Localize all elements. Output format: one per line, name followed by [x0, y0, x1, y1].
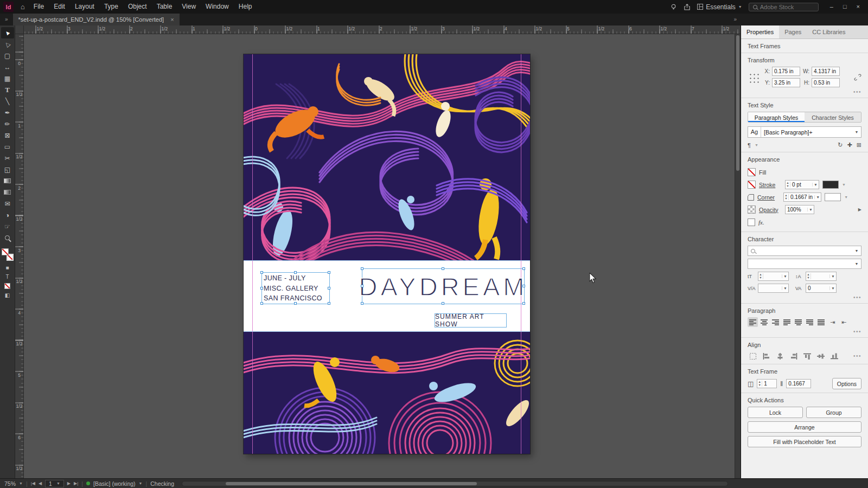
- fill-placeholder-button[interactable]: Fill with Placeholder Text: [748, 436, 861, 447]
- selection-handle[interactable]: [522, 267, 525, 270]
- more-options-icon[interactable]: •••: [853, 354, 861, 358]
- selection-tool[interactable]: ▲: [1, 27, 14, 38]
- maximize-button[interactable]: □: [838, 0, 852, 14]
- gap-tool[interactable]: ↔: [1, 61, 14, 73]
- leading-stepper[interactable]: ▲▼ ▼: [806, 272, 837, 281]
- menu-type[interactable]: Type: [99, 0, 123, 14]
- selection-handle[interactable]: [260, 271, 263, 274]
- chevron-down-icon[interactable]: ▼: [814, 195, 821, 199]
- reference-point-proxy[interactable]: [748, 72, 759, 83]
- gradient-feather-tool[interactable]: [1, 187, 14, 198]
- document-tab[interactable]: *set-up-a-postcard_END_V2.indd @ 150% [C…: [13, 14, 180, 25]
- workspace-switcher[interactable]: Essentials ▼: [697, 3, 742, 11]
- kerning-combo[interactable]: ▼: [758, 284, 789, 293]
- corner-radius-stepper[interactable]: ▲▼ 0.1667 in ▼: [783, 192, 821, 202]
- group-button[interactable]: Group: [806, 407, 861, 418]
- new-style-icon[interactable]: ✚: [847, 142, 852, 149]
- zoom-level[interactable]: 75%: [4, 480, 16, 487]
- stroke-color-swatch[interactable]: [748, 181, 756, 189]
- panel-collapse-icon[interactable]: »: [733, 14, 737, 25]
- align-top-edges-button[interactable]: [802, 351, 812, 361]
- tracking-combo[interactable]: 0 ▼: [806, 284, 837, 293]
- fill-color-swatch[interactable]: [748, 168, 756, 176]
- pasteboard[interactable]: JUNE - JULY MISC. GALLERY SAN FRANCISCO …: [24, 34, 735, 478]
- formatting-affects-container-icon[interactable]: ■: [2, 263, 14, 272]
- fill-swatch[interactable]: [2, 248, 9, 255]
- x-input[interactable]: [772, 67, 800, 76]
- chevron-down-icon[interactable]: ▼: [782, 286, 788, 290]
- corner-radius-value[interactable]: 0.1667 in: [789, 194, 814, 200]
- indesign-app-icon[interactable]: Id: [3, 2, 14, 12]
- selection-handle[interactable]: [260, 287, 263, 290]
- selection-handle[interactable]: [361, 302, 363, 305]
- justify-center-button[interactable]: [793, 317, 803, 327]
- preflight-profile[interactable]: [Basic] (working): [93, 480, 136, 487]
- chevron-down-icon[interactable]: ▼: [139, 481, 143, 485]
- selection-handle[interactable]: [442, 267, 444, 270]
- ruler-v[interactable]: 1/201/211/221/231/241/251/261/2: [15, 34, 24, 478]
- constrain-proportions-icon[interactable]: [854, 73, 861, 81]
- menu-help[interactable]: Help: [234, 0, 257, 14]
- vertical-scrollbar[interactable]: [735, 34, 741, 478]
- next-page-button[interactable]: ▶: [67, 481, 71, 486]
- lock-button[interactable]: Lock: [748, 407, 803, 418]
- selection-handle[interactable]: [260, 302, 263, 305]
- corner-label[interactable]: Corner: [757, 194, 780, 201]
- opacity-value[interactable]: 100%: [786, 207, 807, 213]
- stroke-label[interactable]: Stroke: [759, 182, 782, 188]
- selection-handle[interactable]: [328, 287, 330, 290]
- chevron-down-icon[interactable]: ▼: [829, 274, 836, 278]
- selection-handle[interactable]: [328, 271, 330, 274]
- selection-handle[interactable]: [294, 271, 297, 274]
- rectangle-tool[interactable]: ▭: [1, 141, 14, 152]
- align-bottom-edges-button[interactable]: [829, 351, 839, 361]
- minimize-button[interactable]: –: [825, 0, 838, 14]
- apply-none-button[interactable]: [2, 281, 14, 291]
- character-styles-tab[interactable]: Character Styles: [805, 112, 861, 122]
- menu-edit[interactable]: Edit: [49, 0, 70, 14]
- chevron-down-icon[interactable]: ▼: [842, 183, 846, 187]
- ruler-origin-corner[interactable]: [15, 25, 24, 34]
- tab-cc-libraries[interactable]: CC Libraries: [807, 25, 851, 38]
- chevron-down-icon[interactable]: ▼: [782, 274, 788, 278]
- selection-handle[interactable]: [361, 285, 363, 287]
- type-tool[interactable]: T: [1, 84, 14, 95]
- align-right-button[interactable]: [770, 317, 781, 327]
- align-center-button[interactable]: [759, 317, 769, 327]
- last-page-button[interactable]: ▶|: [74, 481, 78, 486]
- justify-right-button[interactable]: [805, 317, 815, 327]
- redefine-style-icon[interactable]: ↻: [838, 142, 843, 149]
- selection-handle[interactable]: [294, 302, 297, 305]
- font-style-combo[interactable]: ▼: [748, 259, 861, 269]
- artwork-frame-bottom[interactable]: [244, 332, 530, 454]
- indent-right-icon[interactable]: ⇤: [839, 317, 849, 327]
- rectangle-frame-tool[interactable]: ⊠: [1, 130, 14, 141]
- gradient-swatch-tool[interactable]: [1, 175, 14, 187]
- w-input[interactable]: [812, 67, 840, 76]
- text-frame-options-button[interactable]: Options: [832, 378, 861, 389]
- hand-tool[interactable]: ☞: [1, 221, 14, 232]
- selection-handle[interactable]: [328, 302, 330, 305]
- pencil-tool[interactable]: ✏: [1, 118, 14, 130]
- chevron-right-icon[interactable]: ▶: [858, 207, 861, 212]
- paragraph-mark-icon[interactable]: ¶: [748, 142, 751, 149]
- first-page-button[interactable]: |◀: [31, 481, 35, 486]
- pen-tool[interactable]: ✒: [1, 107, 14, 118]
- vertical-scrollbar-thumb[interactable]: [736, 35, 739, 171]
- free-transform-tool[interactable]: ◱: [1, 164, 14, 175]
- note-tool[interactable]: ✉: [1, 198, 14, 209]
- stroke-style-swatch[interactable]: [822, 181, 839, 189]
- home-icon[interactable]: ⌂: [17, 3, 29, 11]
- ruler-h[interactable]: 1/231/221/211/201/211/221/231/241/251/26…: [24, 25, 741, 34]
- zoom-tool[interactable]: [1, 232, 14, 243]
- stroke-weight-stepper[interactable]: ▲▼ 0 pt ▼: [785, 180, 819, 189]
- opacity-label[interactable]: Opacity: [759, 207, 782, 213]
- scissors-tool[interactable]: ✂: [1, 152, 14, 164]
- align-right-edges-button[interactable]: [788, 351, 799, 361]
- menu-layout[interactable]: Layout: [70, 0, 99, 14]
- arrange-button[interactable]: Arrange: [748, 421, 861, 433]
- learn-bulb-icon[interactable]: [670, 3, 677, 11]
- stock-search-input[interactable]: [760, 4, 814, 10]
- chevron-down-icon[interactable]: ▼: [807, 208, 814, 211]
- chevron-down-icon[interactable]: ▼: [844, 195, 848, 199]
